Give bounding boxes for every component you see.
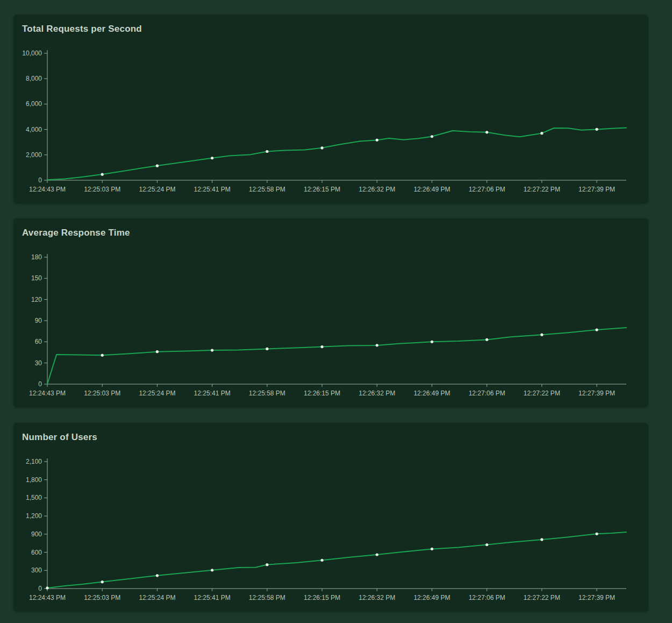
svg-text:12:26:15 PM: 12:26:15 PM: [304, 186, 340, 193]
svg-text:12:26:32 PM: 12:26:32 PM: [359, 594, 395, 601]
chart-card-total-rps: Total Requests per Second 02,0004,0006,0…: [13, 15, 648, 203]
svg-text:120: 120: [31, 296, 42, 303]
chart-card-number-of-users: Number of Users 03006009001,2001,5001,80…: [13, 423, 648, 612]
chart-canvas-number-of-users[interactable]: 03006009001,2001,5001,8002,10012:24:43 P…: [13, 423, 648, 612]
svg-text:12:24:43 PM: 12:24:43 PM: [29, 594, 66, 601]
svg-text:12:25:24 PM: 12:25:24 PM: [139, 594, 175, 601]
svg-text:12:24:43 PM: 12:24:43 PM: [29, 390, 66, 397]
svg-text:12:27:22 PM: 12:27:22 PM: [524, 186, 560, 193]
svg-text:12:26:49 PM: 12:26:49 PM: [413, 390, 450, 397]
svg-text:12:26:15 PM: 12:26:15 PM: [304, 390, 340, 397]
svg-text:12:25:58 PM: 12:25:58 PM: [249, 594, 285, 601]
svg-text:1,200: 1,200: [26, 512, 42, 520]
svg-text:12:25:03 PM: 12:25:03 PM: [84, 390, 120, 397]
svg-text:12:27:39 PM: 12:27:39 PM: [578, 186, 615, 193]
svg-text:12:27:06 PM: 12:27:06 PM: [469, 186, 505, 193]
svg-text:8,000: 8,000: [26, 75, 42, 82]
svg-text:12:25:41 PM: 12:25:41 PM: [194, 594, 231, 601]
svg-text:0: 0: [38, 176, 42, 184]
svg-text:0: 0: [38, 380, 42, 388]
chart-canvas-avg-response-time[interactable]: 030609012015018012:24:43 PM12:25:03 PM12…: [13, 218, 648, 407]
svg-text:10,000: 10,000: [22, 49, 42, 57]
svg-text:12:25:24 PM: 12:25:24 PM: [139, 390, 175, 397]
svg-text:12:27:39 PM: 12:27:39 PM: [578, 594, 615, 601]
svg-text:12:25:41 PM: 12:25:41 PM: [194, 186, 231, 193]
load-test-dashboard: { "theme": { "page_background": "#1c3829…: [0, 0, 672, 623]
svg-text:60: 60: [35, 338, 42, 345]
svg-text:30: 30: [35, 359, 42, 367]
svg-text:12:26:15 PM: 12:26:15 PM: [304, 594, 340, 601]
svg-text:180: 180: [31, 253, 42, 261]
svg-text:12:26:49 PM: 12:26:49 PM: [413, 186, 450, 193]
svg-text:6,000: 6,000: [26, 100, 42, 108]
svg-text:12:25:41 PM: 12:25:41 PM: [194, 390, 231, 397]
svg-text:90: 90: [35, 317, 42, 324]
svg-text:12:27:06 PM: 12:27:06 PM: [469, 594, 505, 601]
svg-text:12:25:24 PM: 12:25:24 PM: [139, 186, 175, 193]
svg-text:12:25:03 PM: 12:25:03 PM: [84, 594, 120, 601]
svg-text:12:25:58 PM: 12:25:58 PM: [249, 390, 285, 397]
svg-text:300: 300: [31, 567, 42, 574]
svg-text:1,500: 1,500: [26, 494, 42, 501]
svg-text:900: 900: [31, 530, 42, 538]
chart-canvas-total-rps[interactable]: 02,0004,0006,0008,00010,00012:24:43 PM12…: [13, 15, 648, 203]
svg-text:12:26:32 PM: 12:26:32 PM: [359, 390, 395, 397]
svg-text:0: 0: [38, 585, 42, 592]
svg-text:12:27:39 PM: 12:27:39 PM: [578, 390, 615, 397]
chart-card-avg-response-time: Average Response Time 030609012015018012…: [13, 218, 648, 407]
svg-text:1,800: 1,800: [26, 476, 42, 484]
svg-text:12:25:58 PM: 12:25:58 PM: [249, 186, 285, 193]
svg-text:4,000: 4,000: [26, 126, 42, 133]
svg-text:2,100: 2,100: [26, 458, 42, 465]
svg-text:12:27:22 PM: 12:27:22 PM: [524, 594, 560, 601]
svg-text:12:27:22 PM: 12:27:22 PM: [524, 390, 560, 397]
svg-text:12:27:06 PM: 12:27:06 PM: [469, 390, 505, 397]
svg-text:12:26:32 PM: 12:26:32 PM: [359, 186, 395, 193]
svg-text:12:24:43 PM: 12:24:43 PM: [29, 186, 66, 193]
svg-text:150: 150: [31, 274, 42, 282]
svg-text:2,000: 2,000: [26, 151, 42, 159]
svg-text:12:26:49 PM: 12:26:49 PM: [413, 594, 450, 601]
svg-text:12:25:03 PM: 12:25:03 PM: [84, 186, 120, 193]
svg-text:600: 600: [31, 549, 42, 556]
